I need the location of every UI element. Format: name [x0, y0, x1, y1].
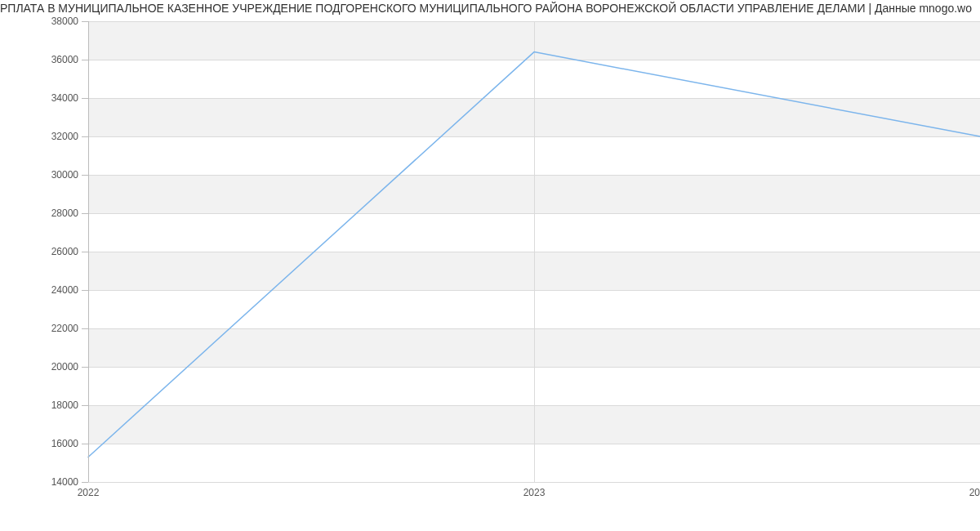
- y-tick-label: 28000: [5, 207, 78, 219]
- y-tick-label: 34000: [5, 92, 78, 104]
- y-tick: [82, 328, 88, 329]
- y-tick-label: 22000: [5, 323, 78, 334]
- y-tick-label: 20000: [5, 361, 78, 373]
- y-tick-label: 26000: [5, 246, 78, 257]
- x-tick-label: 2024: [969, 487, 980, 498]
- y-tick-label: 38000: [5, 16, 78, 27]
- y-tick: [82, 405, 88, 406]
- y-tick: [82, 21, 88, 22]
- grid-line: [88, 482, 980, 483]
- x-tick-label: 2023: [523, 487, 546, 498]
- y-tick: [82, 367, 88, 368]
- y-tick: [82, 136, 88, 137]
- y-tick: [82, 213, 88, 214]
- y-axis: [88, 21, 89, 482]
- chart-title: РПЛАТА В МУНИЦИПАЛЬНОЕ КАЗЕННОЕ УЧРЕЖДЕН…: [0, 2, 980, 15]
- y-tick-label: 32000: [5, 131, 78, 142]
- chart-container: РПЛАТА В МУНИЦИПАЛЬНОЕ КАЗЕННОЕ УЧРЕЖДЕН…: [0, 0, 980, 531]
- y-tick-label: 36000: [5, 54, 78, 65]
- y-tick: [82, 290, 88, 291]
- y-tick-label: 14000: [5, 476, 78, 488]
- y-tick-label: 30000: [5, 169, 78, 181]
- y-tick: [82, 175, 88, 176]
- y-tick: [82, 444, 88, 444]
- x-tick-label: 2022: [78, 487, 100, 498]
- y-tick-label: 24000: [5, 284, 78, 296]
- y-tick-label: 18000: [5, 399, 78, 411]
- plot-area: [88, 21, 980, 482]
- y-tick: [82, 252, 88, 252]
- y-tick: [82, 98, 88, 99]
- y-tick: [82, 60, 88, 60]
- y-tick-label: 16000: [5, 438, 78, 449]
- y-tick: [82, 482, 88, 483]
- line-series: [88, 21, 980, 482]
